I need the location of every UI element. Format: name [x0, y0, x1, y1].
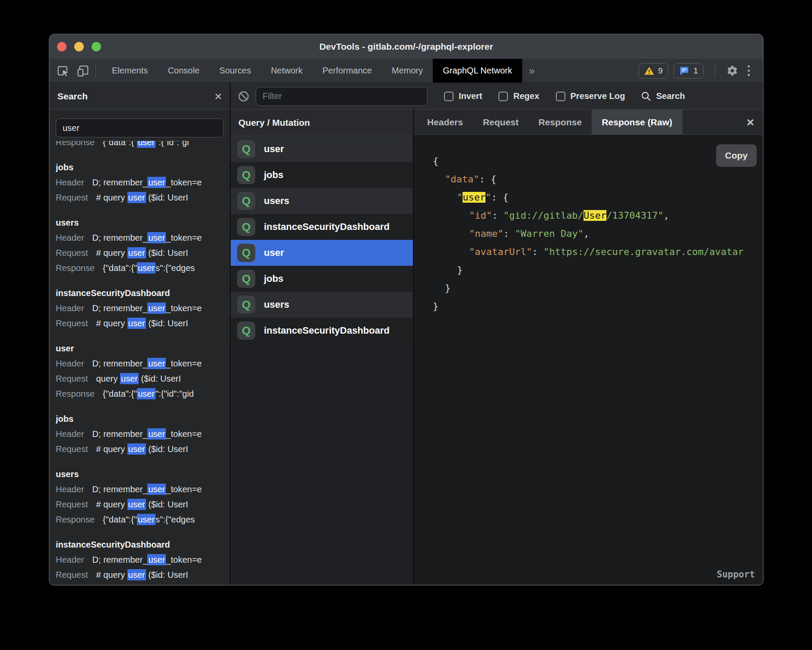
query-list-item-user[interactable]: Quser [231, 240, 413, 266]
filter-bar: InvertRegexPreserve Log Search [231, 83, 763, 110]
checkbox-preserve-log[interactable]: Preserve Log [556, 91, 625, 101]
devtools-tab-network[interactable]: Network [261, 59, 312, 83]
search-match-highlight: user [147, 232, 166, 243]
search-result-row[interactable]: HeaderD; remember_user_token=e [56, 427, 224, 442]
detail-tab-request[interactable]: Request [473, 110, 529, 134]
devtools-window: DevTools - gitlab.com/-/graphql-explorer… [49, 34, 764, 586]
result-text: s":{"edges [155, 263, 195, 273]
search-result-row[interactable]: Response{"data":{"users":{"edges [56, 261, 224, 276]
search-result-row[interactable]: HeaderD; remember_user_token=e [56, 482, 224, 497]
checkbox-label: Regex [513, 91, 539, 101]
result-field-label: Header [56, 303, 84, 313]
query-list-item-users[interactable]: Qusers [231, 292, 413, 318]
filter-checkboxes: InvertRegexPreserve Log [428, 91, 625, 101]
result-field-label: Header [56, 429, 84, 439]
query-item-label: user [264, 247, 284, 258]
devtools-tab-console[interactable]: Console [158, 59, 209, 83]
result-field-label: Header [56, 484, 84, 494]
result-operation-name[interactable]: instanceSecurityDashboard [56, 286, 224, 301]
result-field-label: Request [56, 193, 88, 202]
console-warnings-badge[interactable]: 9 [638, 63, 669, 79]
search-result-row[interactable]: Request# query user ($id: UserI [56, 245, 224, 261]
settings-gear-icon[interactable] [726, 65, 738, 76]
query-type-badge: Q [237, 166, 255, 184]
result-field-label: Request [56, 248, 88, 258]
search-result-row[interactable]: Request# query user ($id: UserI [56, 316, 224, 331]
search-result-row[interactable]: Response{"data":{"user":{"id":"gi [56, 141, 224, 150]
result-operation-name[interactable]: user [56, 341, 224, 356]
query-list-item-instanceSecurityDashboard[interactable]: QinstanceSecurityDashboard [231, 318, 413, 344]
search-close-icon[interactable]: × [214, 90, 222, 103]
network-search-button[interactable]: Search [641, 91, 685, 102]
search-result-row[interactable]: Request# query user ($id: UserI [56, 567, 224, 583]
more-tabs-button[interactable]: » [522, 65, 542, 77]
detail-tab-response-raw[interactable]: Response (Raw) [592, 110, 682, 134]
result-text: s":{"edges [155, 515, 195, 524]
result-text: # query [96, 570, 127, 580]
result-text: ($id: UserI [146, 444, 188, 454]
support-link[interactable]: Support [717, 569, 755, 580]
block-clear-icon[interactable] [238, 90, 250, 102]
search-result-row[interactable]: HeaderD; remember_user_token=e [56, 356, 224, 371]
query-item-label: jobs [264, 169, 283, 181]
result-text: ($id: UserI [146, 248, 188, 258]
devtools-tab-sources[interactable]: Sources [209, 59, 261, 83]
result-operation-name[interactable]: instanceSecurityDashboard [56, 537, 224, 552]
query-list-item-user[interactable]: Quser [231, 136, 413, 162]
json-token: /13704317" [606, 210, 663, 221]
kebab-menu-icon[interactable] [743, 64, 754, 78]
search-input[interactable] [56, 118, 224, 137]
issue-count: 1 [693, 66, 698, 76]
query-item-label: instanceSecurityDashboard [264, 325, 390, 336]
query-list-item-jobs[interactable]: Qjobs [231, 266, 413, 292]
query-type-badge: Q [237, 244, 255, 262]
devtools-tab-memory[interactable]: Memory [382, 59, 433, 83]
result-field-label: Header [56, 555, 84, 564]
search-result-row[interactable]: Response{"data":{"user":{"id":"gid [56, 386, 224, 401]
device-toolbar-icon[interactable] [76, 64, 89, 77]
search-result-row[interactable]: HeaderD; remember_user_token=e [56, 552, 224, 567]
result-operation-name[interactable]: users [56, 467, 224, 482]
inspect-element-icon[interactable] [57, 64, 70, 77]
checkbox-invert[interactable]: Invert [444, 91, 482, 101]
detail-tab-response[interactable]: Response [529, 110, 592, 134]
search-result-row[interactable]: Request# query user ($id: UserI [56, 442, 224, 457]
result-text: D; remember_ [92, 555, 148, 564]
result-text: ($id: UserI [146, 500, 188, 509]
search-result-row[interactable]: Request# query user ($id: UserI [56, 497, 224, 512]
search-result-row[interactable]: HeaderD; remember_user_token=e [56, 301, 224, 316]
checkbox-box [556, 92, 565, 101]
detail-close-icon[interactable]: × [746, 116, 763, 129]
toolbar-divider [95, 64, 96, 77]
copy-button[interactable]: Copy [716, 144, 757, 167]
search-result-row[interactable]: HeaderD; remember_user_token=e [56, 175, 224, 190]
result-operation-name[interactable]: users [56, 215, 224, 230]
json-token: "gid://gitlab/ [503, 210, 583, 221]
result-text: _token=e [166, 484, 202, 494]
result-operation-name[interactable]: jobs [56, 160, 224, 175]
filter-input[interactable] [256, 87, 428, 106]
devtools-tab-graphql-network[interactable]: GraphQL Network [433, 59, 522, 83]
result-operation-name[interactable]: jobs [56, 411, 224, 427]
devtools-tab-elements[interactable]: Elements [102, 59, 158, 83]
query-item-label: jobs [264, 273, 283, 284]
search-result-row[interactable]: Requestquery user ($id: UserI [56, 371, 224, 386]
query-list-item-jobs[interactable]: Qjobs [231, 162, 413, 188]
query-list-item-instanceSecurityDashboard[interactable]: QinstanceSecurityDashboard [231, 214, 413, 240]
detail-tab-headers[interactable]: Headers [417, 110, 473, 134]
search-match-highlight: user [127, 569, 146, 580]
warning-triangle-icon [644, 66, 654, 76]
query-list-item-users[interactable]: Qusers [231, 188, 413, 214]
search-results-list: Response{"data":{"user":{"id":"gijobsHea… [50, 141, 230, 585]
devtools-tab-performance[interactable]: Performance [313, 59, 382, 83]
issues-badge[interactable]: 1 [673, 63, 704, 79]
checkbox-box [498, 92, 508, 101]
result-field-label: Request [56, 374, 88, 383]
json-token: : [492, 210, 504, 221]
result-text: D; remember_ [92, 303, 148, 313]
search-result-row[interactable]: Request# query user ($id: UserI [56, 190, 224, 205]
checkbox-regex[interactable]: Regex [498, 91, 539, 101]
search-result-row[interactable]: Response{"data":{"users":{"edges [56, 512, 224, 527]
result-field-label: Response [56, 515, 95, 524]
search-result-row[interactable]: HeaderD; remember_user_token=e [56, 230, 224, 245]
